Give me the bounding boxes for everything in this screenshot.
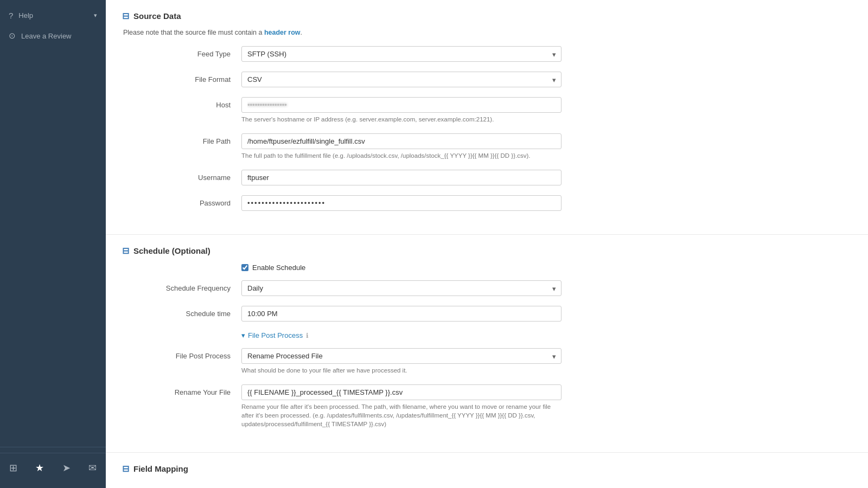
header-row-link[interactable]: header row [264, 29, 301, 36]
location-icon[interactable]: ➤ [58, 460, 75, 476]
sidebar-item-review-label: Leave a Review [21, 32, 72, 40]
file-post-process-select[interactable]: Rename Processed File Delete File Move F… [241, 348, 561, 364]
chevron-down-icon: ▾ [94, 12, 97, 19]
file-path-label: File Path [122, 133, 241, 145]
file-post-process-toggle[interactable]: ▾ File Post Process ℹ [241, 331, 852, 339]
source-data-header: ⊟ Source Data [122, 11, 852, 21]
rename-file-control-wrap: Rename your file after it's been process… [241, 384, 561, 428]
file-format-select-wrap: CSV TXT XML JSON [241, 72, 561, 87]
source-data-section: ⊟ Source Data Please note that the sourc… [106, 0, 868, 235]
schedule-time-input[interactable] [241, 306, 561, 322]
file-post-process-select-wrap: Rename Processed File Delete File Move F… [241, 348, 561, 364]
password-input[interactable] [241, 195, 561, 211]
field-mapping-icon: ⊟ [122, 464, 129, 474]
enable-schedule-row: Enable Schedule [241, 264, 852, 272]
schedule-title: Schedule (Optional) [133, 246, 210, 255]
file-post-process-toggle-label: File Post Process [248, 331, 303, 339]
file-post-process-label: File Post Process [122, 348, 241, 360]
review-icon: ⊙ [9, 31, 16, 41]
source-data-title: Source Data [133, 11, 181, 21]
file-path-input[interactable] [241, 133, 561, 149]
username-row: Username [122, 170, 852, 185]
grid-icon[interactable]: ⊞ [5, 460, 22, 476]
file-format-select[interactable]: CSV TXT XML JSON [241, 72, 561, 87]
schedule-frequency-label: Schedule Frequency [122, 280, 241, 292]
file-format-control-wrap: CSV TXT XML JSON [241, 72, 561, 87]
field-mapping-title: Field Mapping [133, 464, 188, 473]
rename-file-hint: Rename your file after it's been process… [241, 402, 561, 428]
file-path-hint: The full path to the fulfillment file (e… [241, 151, 561, 160]
schedule-frequency-select-wrap: Daily Weekly Hourly [241, 280, 561, 296]
schedule-section: ⊟ Schedule (Optional) Enable Schedule Sc… [106, 235, 868, 452]
host-hint: The server's hostname or IP address (e.g… [241, 115, 561, 124]
host-input[interactable] [241, 97, 561, 113]
enable-schedule-checkbox[interactable] [241, 264, 248, 271]
chevron-down-icon: ▾ [241, 331, 245, 339]
schedule-time-label: Schedule time [122, 306, 241, 318]
rename-file-input[interactable] [241, 384, 561, 400]
info-icon: ℹ [306, 332, 309, 339]
sidebar-item-help-label: Help [18, 11, 33, 20]
schedule-header: ⊟ Schedule (Optional) [122, 246, 852, 256]
schedule-time-row: Schedule time [122, 306, 852, 322]
feed-type-select[interactable]: SFTP (SSH) FTP HTTP Amazon S3 [241, 46, 561, 62]
host-label: Host [122, 97, 241, 109]
username-control-wrap [241, 170, 561, 185]
feed-type-control-wrap: SFTP (SSH) FTP HTTP Amazon S3 [241, 46, 561, 62]
host-control-wrap: The server's hostname or IP address (e.g… [241, 97, 561, 124]
schedule-time-control-wrap [241, 306, 561, 322]
schedule-icon: ⊟ [122, 246, 129, 256]
file-post-process-row: File Post Process Rename Processed File … [122, 348, 852, 375]
feed-type-label: Feed Type [122, 46, 241, 58]
password-control-wrap [241, 195, 561, 211]
file-format-row: File Format CSV TXT XML JSON [122, 72, 852, 87]
source-data-icon: ⊟ [122, 11, 129, 21]
main-content: ⊟ Source Data Please note that the sourc… [106, 0, 868, 488]
file-post-process-hint: What should be done to your file after w… [241, 366, 561, 375]
sidebar-item-help[interactable]: ? Help ▾ [0, 5, 106, 25]
field-mapping-section: ⊟ Field Mapping [106, 453, 868, 488]
source-data-note: Please note that the source file must co… [123, 29, 852, 36]
schedule-frequency-select[interactable]: Daily Weekly Hourly [241, 280, 561, 296]
username-label: Username [122, 170, 241, 182]
sidebar-bottom: ⊞ ★ ➤ ✉ [0, 447, 106, 488]
password-row: Password [122, 195, 852, 211]
file-path-row: File Path The full path to the fulfillme… [122, 133, 852, 160]
field-mapping-header: ⊟ Field Mapping [122, 464, 852, 474]
help-icon: ? [9, 11, 13, 20]
file-post-process-control-wrap: Rename Processed File Delete File Move F… [241, 348, 561, 375]
password-label: Password [122, 195, 241, 207]
username-input[interactable] [241, 170, 561, 185]
file-path-control-wrap: The full path to the fulfillment file (e… [241, 133, 561, 160]
schedule-frequency-control-wrap: Daily Weekly Hourly [241, 280, 561, 296]
sidebar-item-leave-review[interactable]: ⊙ Leave a Review [0, 25, 106, 46]
feed-type-row: Feed Type SFTP (SSH) FTP HTTP Amazon S3 [122, 46, 852, 62]
enable-schedule-label[interactable]: Enable Schedule [252, 264, 305, 272]
host-row: Host The server's hostname or IP address… [122, 97, 852, 124]
mail-icon[interactable]: ✉ [84, 460, 101, 476]
schedule-frequency-row: Schedule Frequency Daily Weekly Hourly [122, 280, 852, 296]
file-format-label: File Format [122, 72, 241, 84]
bottom-nav-icons: ⊞ ★ ➤ ✉ [0, 453, 106, 483]
feed-type-select-wrap: SFTP (SSH) FTP HTTP Amazon S3 [241, 46, 561, 62]
sidebar: ? Help ▾ ⊙ Leave a Review ⊞ ★ ➤ ✉ [0, 0, 106, 488]
star-icon[interactable]: ★ [31, 460, 48, 476]
rename-file-label: Rename Your File [122, 384, 241, 396]
rename-file-row: Rename Your File Rename your file after … [122, 384, 852, 428]
